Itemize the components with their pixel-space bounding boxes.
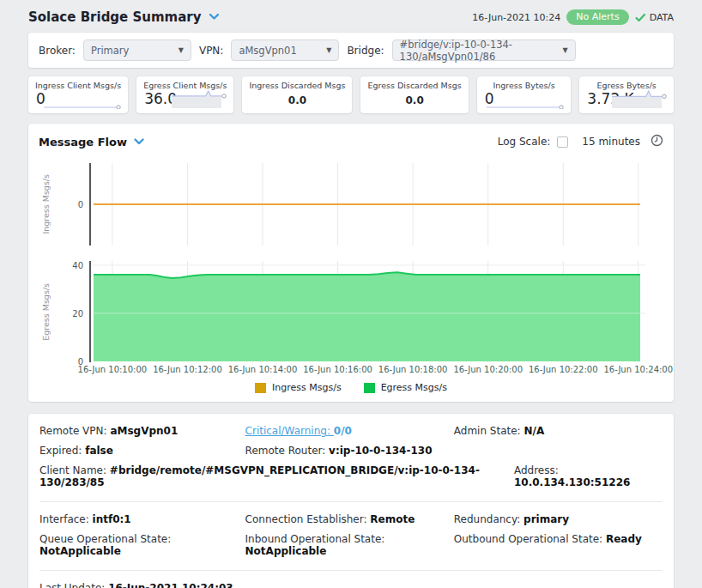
egress-legend-swatch <box>364 383 375 393</box>
x-tick-label: 16-Jun 10:20:00 <box>453 365 523 374</box>
info-row: Expired: falseRemote Router: v:ip-10-0-1… <box>39 441 663 461</box>
x-tick-label: 16-Jun 10:10:00 <box>78 365 148 374</box>
info-section: Interface: intf0:1Connection Establisher… <box>39 501 663 570</box>
bridge-select[interactable]: #bridge/v:ip-10-0-134-130/aMsgVpn01/86▼ <box>392 39 576 61</box>
sparkline-chart <box>485 87 564 109</box>
info-row: Last Update: 16-Jun-2021 10:24:03 <box>39 579 663 588</box>
top-header: Solace Bridge Summary 16-Jun-2021 10:24 … <box>28 7 674 27</box>
charts-area: Ingress Msgs/s 0 Egress Msgs/s 02040 16-… <box>39 163 663 393</box>
ingress-y-ticks: 0 <box>52 163 89 246</box>
header-timestamp: 16-Jun-2021 10:24 <box>472 12 560 23</box>
time-range-label[interactable]: 15 minutes <box>582 136 640 148</box>
metric-label: Egress Discarded Msgs <box>367 81 461 90</box>
metric-card-egress-discarded: Egress Discarded Msgs 0.0 <box>360 76 468 113</box>
metric-cards-row: Ingress Client Msgs/s 0 Egress Client Ms… <box>28 76 674 113</box>
metric-card-ingress-bytes: Ingress Bytes/s 0 <box>477 76 572 113</box>
info-row: Remote VPN: aMsgVpn01Critical/Warning: 0… <box>39 421 663 441</box>
broker-label: Broker: <box>39 45 76 57</box>
info-field: Expired: false <box>39 445 245 457</box>
info-field: Redundancy: primary <box>454 513 663 525</box>
x-tick-label: 16-Jun 10:22:00 <box>529 365 598 374</box>
sparkline-chart <box>170 87 227 109</box>
info-row: Queue Operational State: NotApplicableIn… <box>39 530 663 561</box>
x-tick-label: 16-Jun 10:24:00 <box>603 365 673 374</box>
info-field-empty <box>454 445 663 457</box>
vpn-label: VPN: <box>199 45 223 57</box>
data-status-label: DATA <box>650 12 674 23</box>
x-tick-label: 16-Jun 10:14:00 <box>228 365 298 374</box>
info-field: Client Name: #bridge/remote/#MSGVPN_REPL… <box>39 464 497 488</box>
ingress-msgs-chart[interactable] <box>89 163 645 246</box>
egress-y-ticks: 02040 <box>52 261 89 362</box>
y-tick-label: 40 <box>72 260 83 270</box>
x-tick-label: 16-Jun 10:16:00 <box>303 365 372 374</box>
y-tick-label: 0 <box>78 200 83 209</box>
metric-value: 0.0 <box>249 94 345 106</box>
message-flow-card: Message Flow Log Scale: 15 minutes Ingre… <box>28 124 674 402</box>
critical-warning-link[interactable]: Critical/Warning: 0/0 <box>245 425 454 437</box>
info-field: Outbound Operational State: Ready <box>454 533 663 557</box>
page-title-chevron-down-icon[interactable] <box>209 11 220 23</box>
info-row: Interface: intf0:1Connection Establisher… <box>39 510 663 530</box>
x-tick-label: 16-Jun 10:18:00 <box>378 365 448 374</box>
message-flow-title: Message Flow <box>39 136 127 149</box>
info-section: Remote VPN: aMsgVpn01Critical/Warning: 0… <box>39 414 663 501</box>
info-row: Client Name: #bridge/remote/#MSGVPN_REPL… <box>39 461 663 493</box>
info-field: Remote VPN: aMsgVpn01 <box>39 425 245 437</box>
egress-msgs-chart[interactable] <box>89 261 645 362</box>
page: Solace Bridge Summary 16-Jun-2021 10:24 … <box>0 0 702 588</box>
info-field: Remote Router: v:ip-10-0-134-130 <box>245 445 454 457</box>
clock-icon[interactable] <box>651 134 663 149</box>
y-tick-label: 20 <box>72 308 83 318</box>
page-title: Solace Bridge Summary <box>28 9 202 25</box>
info-field: Interface: intf0:1 <box>39 513 245 525</box>
log-scale-checkbox[interactable] <box>557 136 568 148</box>
info-field: Admin State: N/A <box>454 425 663 437</box>
message-flow-chevron-down-icon[interactable] <box>134 136 144 148</box>
check-icon <box>635 13 646 22</box>
dropdown-arrow-icon: ▼ <box>179 46 184 54</box>
metric-label: Ingress Discarded Msgs <box>249 81 345 90</box>
dropdown-arrow-icon: ▼ <box>562 46 567 54</box>
egress-y-axis-label: Egress Msgs/s <box>41 283 51 341</box>
sparkline-chart <box>610 87 667 109</box>
ingress-chart-row: Ingress Msgs/s 0 <box>39 163 663 246</box>
metric-card-egress-client-msgs: Egress Client Msgs/s 36.0 <box>136 76 233 113</box>
legend-item-ingress: Ingress Msgs/s <box>255 382 342 393</box>
info-field: Address: 10.0.134.130:51226 <box>514 464 663 488</box>
filter-bar: Broker: Primary▼ VPN: aMsgVpn01▼ Bridge:… <box>28 33 674 68</box>
sparkline-chart <box>42 87 121 109</box>
x-axis-labels: 16-Jun 10:10:0016-Jun 10:12:0016-Jun 10:… <box>89 365 645 376</box>
info-panel: Remote VPN: aMsgVpn01Critical/Warning: 0… <box>28 414 674 588</box>
info-field: Queue Operational State: NotApplicable <box>39 533 245 557</box>
legend-item-egress: Egress Msgs/s <box>364 382 447 393</box>
ingress-y-axis-label: Ingress Msgs/s <box>41 174 51 234</box>
log-scale-label: Log Scale: <box>498 136 551 148</box>
x-tick-label: 16-Jun 10:12:00 <box>153 365 222 374</box>
info-field: Last Update: 16-Jun-2021 10:24:03 <box>39 582 233 588</box>
metric-card-ingress-discarded: Ingress Discarded Msgs 0.0 <box>242 76 352 113</box>
broker-select[interactable]: Primary▼ <box>83 39 191 61</box>
egress-chart-row: Egress Msgs/s 02040 <box>39 261 663 362</box>
ingress-legend-swatch <box>255 383 266 393</box>
chart-legend: Ingress Msgs/s Egress Msgs/s <box>39 382 663 393</box>
info-field: Connection Establisher: Remote <box>245 513 454 525</box>
no-alerts-badge[interactable]: No Alerts <box>566 9 628 25</box>
vpn-select[interactable]: aMsgVpn01▼ <box>231 39 339 61</box>
info-section: Last Update: 16-Jun-2021 10:24:03 <box>39 570 663 588</box>
info-field: Inbound Operational State: NotApplicable <box>245 533 454 557</box>
bridge-label: Bridge: <box>347 45 384 57</box>
dropdown-arrow-icon: ▼ <box>326 46 331 54</box>
metric-value: 0.0 <box>367 94 461 106</box>
metric-card-egress-bytes: Egress Bytes/s 3.72 K <box>579 76 674 113</box>
metric-card-ingress-client-msgs: Ingress Client Msgs/s 0 <box>28 76 128 113</box>
